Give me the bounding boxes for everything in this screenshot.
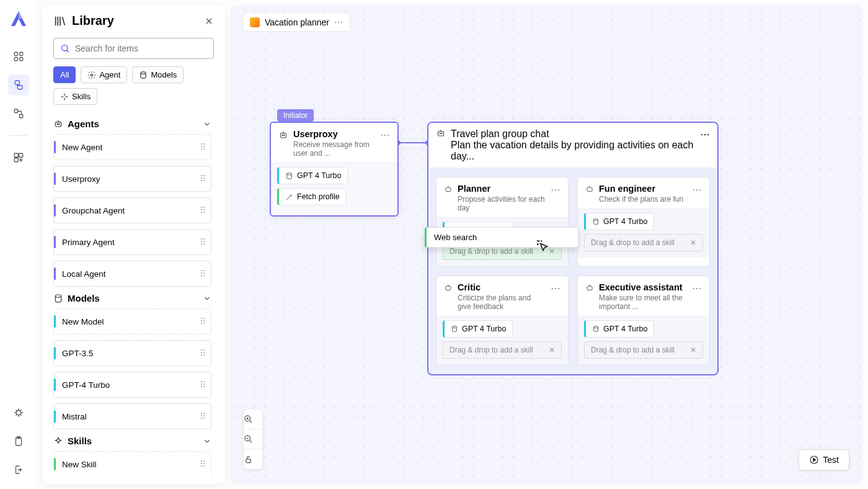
nav-dashboard-icon[interactable]: [8, 46, 29, 67]
library-icon: [53, 14, 67, 28]
filter-all[interactable]: All: [53, 66, 76, 83]
connector-line: [399, 142, 427, 143]
subnode-fun[interactable]: Fun engineerCheck if the plans are fun ⋯…: [577, 177, 710, 267]
node-more-icon[interactable]: ⋯: [551, 282, 560, 294]
model-tag[interactable]: GPT 4 Turbo: [584, 320, 654, 338]
svg-rect-1: [19, 52, 22, 55]
node-userproxy[interactable]: Initiator Userproxy Receive message from…: [270, 122, 399, 217]
lib-item-userproxy[interactable]: Userproxy⠿: [53, 166, 211, 192]
nav-builder-icon[interactable]: [8, 74, 29, 96]
group-title: Travel plan group chat: [451, 128, 695, 140]
search-input-wrap[interactable]: [53, 38, 214, 59]
nav-divider: [10, 135, 27, 136]
test-button[interactable]: Test: [799, 449, 849, 470]
zoom-controls: [244, 410, 262, 469]
search-icon: [60, 43, 70, 53]
lib-item-mistral[interactable]: Mistral⠿: [53, 403, 211, 429]
node-group-chat[interactable]: Travel plan group chat Plan the vacation…: [427, 122, 719, 375]
lock-button[interactable]: [244, 449, 262, 469]
nav-flow-icon[interactable]: [8, 103, 29, 124]
cylinder-icon: [285, 172, 293, 180]
sparkle-icon: [60, 92, 69, 101]
section-agents-head[interactable]: Agents: [53, 119, 211, 129]
agent-icon: [444, 185, 453, 194]
cylinder-icon: [592, 325, 600, 333]
agent-icon: [444, 284, 453, 292]
section-skills-head[interactable]: Skills: [53, 436, 211, 446]
lib-item-gpt35[interactable]: GPT-3.5⠿: [53, 340, 211, 366]
svg-rect-32: [446, 286, 451, 290]
subnode-critic[interactable]: CriticCriticize the plans and give feedb…: [436, 276, 569, 366]
filter-agent[interactable]: Agent: [81, 66, 127, 83]
lib-item-new-model[interactable]: New Model⠿: [53, 308, 211, 334]
lib-item-new-skill[interactable]: New Skill⠿: [53, 451, 211, 475]
lib-item-gpt4turbo[interactable]: GPT-4 Turbo⠿: [53, 372, 211, 398]
close-icon[interactable]: ✕: [549, 346, 555, 354]
cursor-click-icon: [535, 238, 551, 254]
zoom-out-button[interactable]: [244, 429, 262, 449]
svg-rect-3: [19, 58, 22, 61]
nav-extensions-icon[interactable]: [8, 147, 29, 168]
svg-rect-5: [17, 86, 22, 89]
skill-dropzone[interactable]: Drag & drop to add a skill✕: [584, 341, 703, 359]
logo-icon: [9, 10, 29, 30]
skill-dropzone[interactable]: Drag & drop to add a skill✕: [443, 341, 562, 359]
breadcrumb-more-icon[interactable]: ⋯: [334, 17, 343, 27]
close-icon[interactable]: ✕: [690, 238, 696, 247]
nav-debug-icon[interactable]: [8, 402, 29, 423]
node-more-icon[interactable]: ⋯: [551, 184, 560, 195]
close-icon[interactable]: ✕: [690, 346, 696, 354]
group-desc: Plan the vacation details by providing a…: [451, 140, 695, 162]
agent-icon: [585, 185, 594, 194]
breadcrumb[interactable]: Vacation planner ⋯: [244, 14, 349, 31]
drag-handle-icon: ⠿: [200, 380, 205, 390]
node-more-icon[interactable]: ⋯: [692, 282, 702, 294]
drag-handle-icon: ⠿: [200, 411, 205, 421]
node-more-icon[interactable]: ⋯: [700, 128, 710, 140]
library-panel: Library All Agent Models Skills Agents N…: [42, 5, 225, 484]
svg-rect-2: [14, 58, 17, 61]
section-models-head[interactable]: Models: [53, 293, 211, 303]
lib-item-groupchat[interactable]: Groupchat Agent⠿: [53, 197, 211, 223]
nav-logout-icon[interactable]: [8, 459, 29, 480]
cylinder-icon: [53, 294, 63, 303]
svg-point-26: [440, 133, 440, 133]
subnode-exec[interactable]: Executive assistantMake sure to meet all…: [577, 276, 710, 366]
zoom-in-button[interactable]: [244, 410, 262, 429]
canvas[interactable]: Vacation planner ⋯ Initiator Userproxy R…: [230, 5, 863, 484]
library-title-text: Library: [72, 14, 114, 28]
chevron-down-icon: [203, 437, 211, 446]
svg-point-14: [62, 45, 68, 51]
svg-rect-30: [587, 187, 592, 191]
cylinder-icon: [139, 71, 148, 79]
lib-item-primary[interactable]: Primary Agent⠿: [53, 229, 211, 255]
model-tag[interactable]: GPT 4 Turbo: [443, 320, 513, 338]
model-tag[interactable]: GPT 4 Turbo: [277, 167, 348, 184]
dragging-skill-item[interactable]: Web search: [425, 227, 578, 248]
drag-handle-icon: ⠿: [200, 459, 205, 469]
node-more-icon[interactable]: ⋯: [380, 129, 390, 141]
drag-handle-icon: ⠿: [200, 269, 205, 279]
search-input[interactable]: [75, 43, 207, 53]
skill-tag[interactable]: Fetch profile: [277, 188, 347, 205]
filter-models[interactable]: Models: [132, 66, 184, 83]
svg-point-31: [594, 219, 598, 221]
zoom-in-icon: [244, 415, 253, 424]
chevron-down-icon: [203, 294, 211, 303]
skill-dropzone[interactable]: Drag & drop to add a skill✕: [584, 234, 703, 251]
node-more-icon[interactable]: ⋯: [692, 184, 702, 195]
breadcrumb-title: Vacation planner: [265, 17, 329, 27]
lib-item-new-agent[interactable]: New Agent⠿: [53, 134, 211, 160]
drag-handle-icon: ⠿: [200, 174, 205, 184]
close-library-button[interactable]: [204, 16, 214, 26]
agent-icon: [53, 119, 63, 129]
filter-skills[interactable]: Skills: [53, 88, 97, 105]
svg-point-18: [57, 123, 58, 124]
section-agents-title: Agents: [68, 119, 99, 129]
nav-clipboard-icon[interactable]: [8, 431, 29, 452]
lib-item-local[interactable]: Local Agent⠿: [53, 261, 211, 287]
model-tag[interactable]: GPT 4 Turbo: [584, 213, 654, 230]
breadcrumb-emoji-icon: [250, 17, 260, 27]
svg-rect-6: [14, 109, 17, 112]
svg-rect-25: [438, 132, 443, 136]
